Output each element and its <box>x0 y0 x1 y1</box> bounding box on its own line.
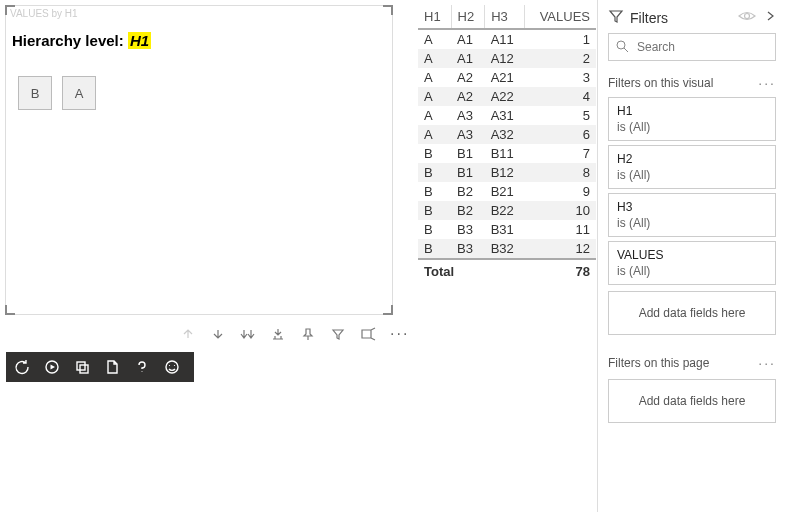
table-row[interactable]: AA1A111 <box>418 29 596 49</box>
cell-h1: A <box>418 68 451 87</box>
new-page-icon[interactable] <box>104 359 120 375</box>
filter-card[interactable]: H3is (All) <box>608 193 776 237</box>
cell-h2: B1 <box>451 163 485 182</box>
col-values[interactable]: VALUES <box>525 5 596 29</box>
cell-h1: B <box>418 163 451 182</box>
table-row[interactable]: BB3B3212 <box>418 239 596 259</box>
table-row[interactable]: BB2B219 <box>418 182 596 201</box>
add-fields-page[interactable]: Add data fields here <box>608 379 776 423</box>
pin-icon[interactable] <box>300 326 316 342</box>
table-row[interactable]: AA3A326 <box>418 125 596 144</box>
filter-field-name: H1 <box>617 104 767 118</box>
table-row[interactable]: BB2B2210 <box>418 201 596 220</box>
cell-h3: B31 <box>485 220 525 239</box>
resize-handle-bl[interactable] <box>5 305 15 315</box>
expand-next-level-icon[interactable] <box>240 326 256 342</box>
cell-h2: B3 <box>451 239 485 259</box>
refresh-icon[interactable] <box>14 359 30 375</box>
filter-card[interactable]: H1is (All) <box>608 97 776 141</box>
filters-title: Filters <box>630 10 738 26</box>
table-row[interactable]: BB1B128 <box>418 163 596 182</box>
cell-h3: B22 <box>485 201 525 220</box>
data-table[interactable]: H1 H2 H3 VALUES AA1A111AA1A122AA2A213AA2… <box>418 5 596 283</box>
cell-value: 6 <box>525 125 596 144</box>
section-filters-on-visual: Filters on this visual ··· <box>598 69 786 93</box>
collapse-pane-icon[interactable] <box>764 9 776 26</box>
focus-mode-icon[interactable] <box>360 326 376 342</box>
section-visual-more-icon[interactable]: ··· <box>758 75 776 91</box>
table-row[interactable]: AA3A315 <box>418 106 596 125</box>
hierarchy-buttons: B A <box>18 76 96 110</box>
feedback-icon[interactable] <box>164 359 180 375</box>
cell-h1: B <box>418 182 451 201</box>
filter-condition: is (All) <box>617 216 767 230</box>
col-h2[interactable]: H2 <box>451 5 485 29</box>
cell-h2: B2 <box>451 201 485 220</box>
cell-h3: A11 <box>485 29 525 49</box>
section-filters-on-page: Filters on this page ··· <box>598 349 786 373</box>
hierarchy-level-prefix: Hierarchy level: <box>12 32 124 49</box>
drill-down-icon[interactable] <box>210 326 226 342</box>
cell-value: 8 <box>525 163 596 182</box>
cell-h2: A2 <box>451 87 485 106</box>
add-fields-visual[interactable]: Add data fields here <box>608 291 776 335</box>
filter-card[interactable]: VALUESis (All) <box>608 241 776 285</box>
search-icon <box>615 39 629 56</box>
cell-h1: B <box>418 220 451 239</box>
resize-handle-tr[interactable] <box>383 5 393 15</box>
section-page-more-icon[interactable]: ··· <box>758 355 776 371</box>
table-row[interactable]: BB1B117 <box>418 144 596 163</box>
table-row[interactable]: BB3B3111 <box>418 220 596 239</box>
cell-value: 1 <box>525 29 596 49</box>
more-options-icon[interactable]: ··· <box>390 325 409 343</box>
hierarchy-button-b[interactable]: B <box>18 76 52 110</box>
expand-all-icon[interactable] <box>270 326 286 342</box>
table-row[interactable]: AA2A213 <box>418 68 596 87</box>
hierarchy-button-a[interactable]: A <box>62 76 96 110</box>
cell-value: 3 <box>525 68 596 87</box>
drill-up-icon[interactable] <box>180 326 196 342</box>
svg-point-5 <box>174 365 175 366</box>
cell-h1: A <box>418 49 451 68</box>
table-total-row: Total 78 <box>418 259 596 283</box>
cell-h2: A3 <box>451 106 485 125</box>
svg-point-6 <box>745 14 750 19</box>
table-row[interactable]: AA2A224 <box>418 87 596 106</box>
cell-h3: A12 <box>485 49 525 68</box>
filters-search[interactable] <box>608 33 776 61</box>
filter-pane-icon <box>608 8 624 27</box>
visual-card[interactable]: VALUES by H1 Hierarchy level: H1 B A <box>5 5 393 315</box>
section-visual-label: Filters on this visual <box>608 76 758 90</box>
resize-handle-br[interactable] <box>383 305 393 315</box>
table-row[interactable]: AA1A122 <box>418 49 596 68</box>
search-input[interactable] <box>635 39 769 55</box>
cell-h1: A <box>418 87 451 106</box>
svg-point-7 <box>617 41 625 49</box>
filter-field-name: H3 <box>617 200 767 214</box>
filter-condition: is (All) <box>617 264 767 278</box>
filter-icon[interactable] <box>330 326 346 342</box>
cell-h2: A1 <box>451 49 485 68</box>
filter-field-name: H2 <box>617 152 767 166</box>
help-icon[interactable] <box>134 359 150 375</box>
cell-h3: B11 <box>485 144 525 163</box>
col-h1[interactable]: H1 <box>418 5 451 29</box>
section-page-label: Filters on this page <box>608 356 758 370</box>
cell-h2: B1 <box>451 144 485 163</box>
copy-icon[interactable] <box>74 359 90 375</box>
col-h3[interactable]: H3 <box>485 5 525 29</box>
play-icon[interactable] <box>44 359 60 375</box>
cell-h1: A <box>418 106 451 125</box>
cell-h3: A31 <box>485 106 525 125</box>
filter-card[interactable]: H2is (All) <box>608 145 776 189</box>
cell-value: 2 <box>525 49 596 68</box>
cell-h2: B2 <box>451 182 485 201</box>
total-value: 78 <box>525 259 596 283</box>
svg-point-3 <box>166 361 178 373</box>
cell-h1: B <box>418 144 451 163</box>
visibility-icon[interactable] <box>738 9 756 26</box>
svg-point-4 <box>169 365 170 366</box>
cell-h1: B <box>418 201 451 220</box>
cell-value: 12 <box>525 239 596 259</box>
cell-h1: A <box>418 125 451 144</box>
